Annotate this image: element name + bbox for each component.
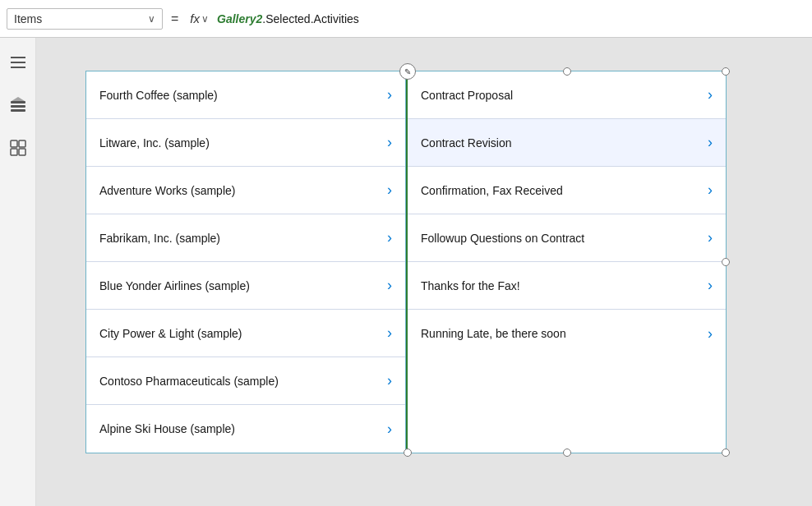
gallery-item-label: Adventure Works (sample)	[99, 184, 235, 197]
formula-suffix: .Selected.Activities	[262, 12, 359, 25]
gallery-item-label: Followup Questions on Contract	[421, 232, 584, 245]
main-area: Fourth Coffee (sample) › Litware, Inc. (…	[0, 38, 812, 506]
svg-rect-0	[11, 57, 25, 58]
fx-button[interactable]: fx ∨	[187, 12, 212, 25]
gallery-right-item[interactable]: Followup Questions on Contract ›	[408, 214, 726, 262]
fx-chevron: ∨	[201, 13, 209, 25]
gallery-left-item[interactable]: Alpine Ski House (sample) ›	[86, 405, 405, 453]
gallery-left: Fourth Coffee (sample) › Litware, Inc. (…	[85, 71, 406, 453]
layers-icon[interactable]	[7, 94, 30, 117]
gallery-left-item[interactable]: Blue Yonder Airlines (sample) ›	[86, 262, 405, 310]
chevron-right-icon: ›	[387, 182, 392, 199]
gallery-left-item[interactable]: City Power & Light (sample) ›	[86, 310, 405, 357]
chevron-right-icon: ›	[708, 277, 713, 294]
property-chevron: ∨	[148, 13, 155, 25]
svg-rect-8	[19, 140, 25, 147]
equals-sign: =	[168, 12, 182, 26]
handle-top-center[interactable]	[563, 67, 571, 76]
chevron-right-icon: ›	[387, 229, 392, 246]
gallery-left-item[interactable]: Fabrikam, Inc. (sample) ›	[86, 214, 405, 262]
chevron-right-icon: ›	[708, 86, 713, 104]
chevron-right-icon: ›	[708, 325, 713, 343]
formula-display[interactable]: Gallery2.Selected.Activities	[217, 12, 359, 25]
canvas: Fourth Coffee (sample) › Litware, Inc. (…	[36, 38, 812, 506]
handle-bot-left[interactable]	[404, 448, 412, 457]
gallery-item-label: Fabrikam, Inc. (sample)	[99, 232, 220, 245]
gallery-ref: Gallery2	[217, 12, 262, 25]
svg-rect-10	[19, 149, 25, 155]
galleries-wrapper: Fourth Coffee (sample) › Litware, Inc. (…	[85, 71, 727, 453]
handle-top-right[interactable]	[722, 67, 730, 76]
svg-rect-5	[11, 109, 25, 112]
gallery-item-label: Thanks for the Fax!	[421, 279, 520, 292]
edit-icon[interactable]: ✎	[399, 63, 416, 80]
handle-bot-center[interactable]	[563, 448, 571, 457]
chevron-right-icon: ›	[387, 134, 392, 151]
property-label: Items	[14, 12, 143, 25]
gallery-left-item[interactable]: Litware, Inc. (sample) ›	[86, 119, 405, 167]
handle-mid-right[interactable]	[722, 258, 730, 266]
gallery-right-item[interactable]: Running Late, be there soon ›	[408, 310, 726, 357]
handle-bot-right[interactable]	[722, 448, 730, 457]
gallery-right: ✎ Contract Proposal › Contract Revision …	[406, 71, 727, 453]
chevron-right-icon: ›	[387, 372, 392, 389]
sidebar	[0, 38, 36, 506]
svg-rect-9	[11, 149, 17, 155]
gallery-right-item[interactable]: Thanks for the Fax! ›	[408, 262, 726, 310]
svg-rect-7	[11, 140, 17, 147]
svg-rect-4	[11, 105, 25, 108]
gallery-item-label: Confirmation, Fax Received	[421, 184, 563, 197]
fx-label: fx	[190, 12, 200, 25]
gallery-item-label: Contract Revision	[421, 136, 512, 150]
gallery-item-label: Alpine Ski House (sample)	[99, 422, 235, 435]
chevron-right-icon: ›	[708, 182, 713, 199]
gallery-item-label: City Power & Light (sample)	[99, 327, 242, 340]
svg-rect-1	[11, 62, 25, 63]
svg-marker-6	[12, 97, 25, 101]
gallery-left-item[interactable]: Fourth Coffee (sample) ›	[86, 71, 405, 119]
chevron-right-icon: ›	[708, 229, 713, 246]
formula-bar: Items ∨ = fx ∨ Gallery2.Selected.Activit…	[0, 0, 812, 38]
gallery-item-label: Running Late, be there soon	[421, 327, 566, 340]
gallery-item-label: Contract Proposal	[421, 89, 513, 102]
gallery-right-item[interactable]: Confirmation, Fax Received ›	[408, 167, 726, 214]
gallery-right-item[interactable]: Contract Proposal ›	[408, 71, 726, 119]
property-selector[interactable]: Items ∨	[7, 8, 163, 30]
svg-rect-2	[11, 67, 25, 68]
gallery-item-label: Blue Yonder Airlines (sample)	[99, 279, 250, 292]
grid-icon[interactable]	[7, 136, 30, 159]
chevron-right-icon: ›	[387, 324, 392, 342]
svg-rect-3	[11, 101, 25, 104]
chevron-right-icon: ›	[708, 134, 713, 151]
gallery-item-label: Litware, Inc. (sample)	[99, 136, 210, 150]
chevron-right-icon: ›	[387, 421, 392, 438]
gallery-left-item[interactable]: Adventure Works (sample) ›	[86, 167, 405, 214]
gallery-left-item[interactable]: Contoso Pharmaceuticals (sample) ›	[86, 357, 405, 405]
chevron-right-icon: ›	[387, 86, 392, 104]
gallery-right-item[interactable]: Contract Revision ›	[408, 119, 726, 167]
hamburger-icon[interactable]	[7, 51, 30, 74]
gallery-item-label: Fourth Coffee (sample)	[99, 89, 218, 102]
chevron-right-icon: ›	[387, 277, 392, 294]
gallery-item-label: Contoso Pharmaceuticals (sample)	[99, 375, 279, 388]
